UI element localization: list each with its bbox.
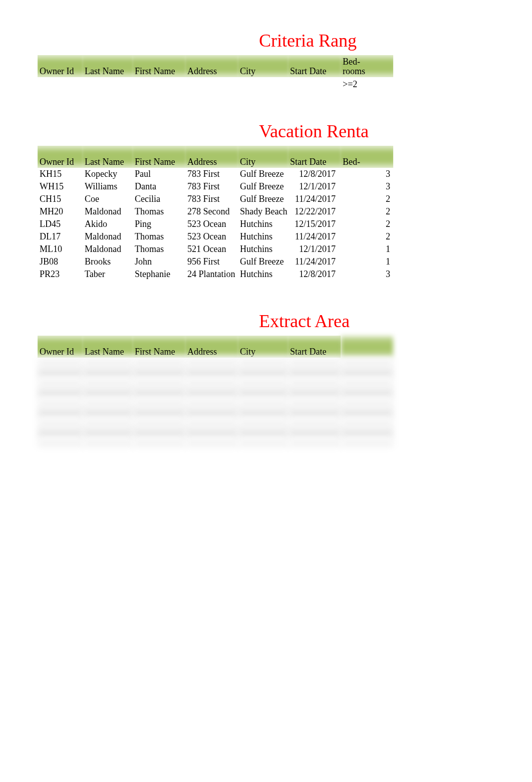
- cell-bed: 1: [341, 243, 393, 255]
- cell-last: Akido: [83, 218, 133, 230]
- blurred-row: [38, 428, 393, 438]
- cell-owner: JB08: [38, 255, 83, 268]
- criteria-value-row: >=2: [38, 77, 393, 91]
- col-date: Start Date: [288, 146, 341, 168]
- cell-last: Taber: [83, 268, 133, 281]
- criteria-table: Owner Id Last Name First Name Address Ci…: [38, 55, 393, 91]
- cell-date: 12/8/2017: [288, 168, 341, 180]
- cell-bed: 1: [341, 255, 393, 268]
- criteria-title: Criteria Rang: [38, 30, 497, 51]
- cell-bed: 2: [341, 230, 393, 243]
- cell-addr: 278 Second: [185, 205, 238, 218]
- col-first: First Name: [133, 336, 185, 358]
- cell-addr: 523 Ocean: [185, 218, 238, 230]
- cell-bed: 3: [341, 180, 393, 193]
- col-last: Last Name: [83, 55, 133, 77]
- col-owner: Owner Id: [38, 336, 83, 358]
- cell-first: Ping: [133, 218, 185, 230]
- blurred-row: [38, 388, 393, 398]
- cell-city: Gulf Breeze: [238, 180, 288, 193]
- cell-addr: 24 Plantation: [185, 268, 238, 281]
- extract-table: Owner Id Last Name First Name Address Ci…: [38, 336, 393, 448]
- cell-last: Brooks: [83, 255, 133, 268]
- col-owner: Owner Id: [38, 55, 83, 77]
- cell-first: Paul: [133, 168, 185, 180]
- table-row: MH20MaldonadThomas278 SecondShady Beach1…: [38, 205, 393, 218]
- cell-date: 11/24/2017: [288, 230, 341, 243]
- table-row: PR23TaberStephanie24 PlantationHutchins1…: [38, 268, 393, 281]
- cell-first: John: [133, 255, 185, 268]
- cell-addr: 783 First: [185, 168, 238, 180]
- cell-city: Gulf Breeze: [238, 255, 288, 268]
- cell-city: Gulf Breeze: [238, 168, 288, 180]
- col-date: Start Date: [288, 336, 341, 358]
- cell-bed: 3: [341, 268, 393, 281]
- table-row: WH15WilliamsDanta783 FirstGulf Breeze12/…: [38, 180, 393, 193]
- col-bed: Bed- rooms: [341, 55, 393, 77]
- col-city: City: [238, 146, 288, 168]
- cell-city: Hutchins: [238, 268, 288, 281]
- table-row: ML10MaldonadThomas521 OceanHutchins12/1/…: [38, 243, 393, 255]
- cell-bed: 3: [341, 168, 393, 180]
- cell-date: 12/1/2017: [288, 243, 341, 255]
- cell-first: Thomas: [133, 230, 185, 243]
- col-addr: Address: [185, 336, 238, 358]
- rentals-table: Owner Id Last Name First Name Address Ci…: [38, 146, 393, 281]
- criteria-first: [133, 77, 185, 91]
- criteria-date: [288, 77, 341, 91]
- cell-first: Stephanie: [133, 268, 185, 281]
- blurred-row: [38, 418, 393, 428]
- cell-addr: 783 First: [185, 193, 238, 205]
- cell-city: Gulf Breeze: [238, 193, 288, 205]
- col-addr: Address: [185, 146, 238, 168]
- col-city: City: [238, 336, 288, 358]
- extract-header-row: Owner Id Last Name First Name Address Ci…: [38, 336, 393, 358]
- criteria-addr: [185, 77, 238, 91]
- cell-last: Maldonad: [83, 230, 133, 243]
- cell-addr: 956 First: [185, 255, 238, 268]
- criteria-last: [83, 77, 133, 91]
- cell-first: Thomas: [133, 205, 185, 218]
- cell-addr: 783 First: [185, 180, 238, 193]
- blurred-row: [38, 368, 393, 378]
- cell-last: Williams: [83, 180, 133, 193]
- cell-city: Hutchins: [238, 243, 288, 255]
- cell-date: 11/24/2017: [288, 193, 341, 205]
- extract-title: Extract Area: [38, 311, 497, 332]
- criteria-bed: >=2: [341, 77, 393, 91]
- cell-owner: ML10: [38, 243, 83, 255]
- cell-last: Coe: [83, 193, 133, 205]
- col-bed: Bed-: [341, 146, 393, 168]
- cell-city: Hutchins: [238, 218, 288, 230]
- cell-owner: DL17: [38, 230, 83, 243]
- cell-last: Kopecky: [83, 168, 133, 180]
- table-row: KH15KopeckyPaul783 FirstGulf Breeze12/8/…: [38, 168, 393, 180]
- col-first: First Name: [133, 146, 185, 168]
- col-city: City: [238, 55, 288, 77]
- blurred-row: [38, 438, 393, 448]
- cell-first: Cecilia: [133, 193, 185, 205]
- col-last: Last Name: [83, 146, 133, 168]
- cell-first: Thomas: [133, 243, 185, 255]
- criteria-header-row: Owner Id Last Name First Name Address Ci…: [38, 55, 393, 77]
- col-first: First Name: [133, 55, 185, 77]
- cell-owner: MH20: [38, 205, 83, 218]
- cell-owner: PR23: [38, 268, 83, 281]
- cell-date: 12/15/2017: [288, 218, 341, 230]
- cell-last: Maldonad: [83, 243, 133, 255]
- col-date: Start Date: [288, 55, 341, 77]
- cell-date: 11/24/2017: [288, 255, 341, 268]
- blurred-row: [38, 358, 393, 368]
- rentals-header-row: Owner Id Last Name First Name Address Ci…: [38, 146, 393, 168]
- cell-owner: KH15: [38, 168, 83, 180]
- cell-date: 12/8/2017: [288, 268, 341, 281]
- blurred-row: [38, 378, 393, 388]
- cell-city: Hutchins: [238, 230, 288, 243]
- cell-last: Maldonad: [83, 205, 133, 218]
- cell-owner: WH15: [38, 180, 83, 193]
- col-last: Last Name: [83, 336, 133, 358]
- col-addr: Address: [185, 55, 238, 77]
- cell-bed: 2: [341, 218, 393, 230]
- cell-owner: CH15: [38, 193, 83, 205]
- cell-first: Danta: [133, 180, 185, 193]
